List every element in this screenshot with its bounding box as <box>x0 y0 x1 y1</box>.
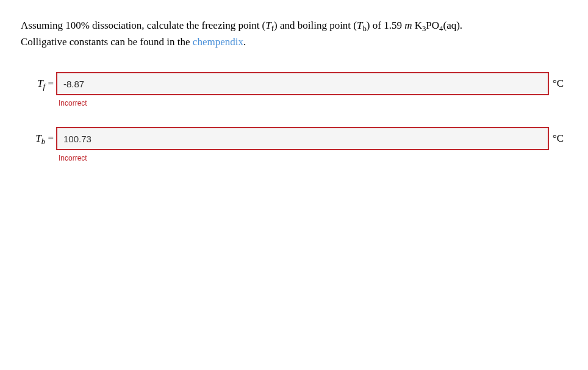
tf-feedback: Incorrect <box>21 99 567 107</box>
tf-label-letter: T <box>37 78 43 89</box>
tf-label: Tf = <box>27 78 56 90</box>
answer-row-tb: Tb = °C <box>21 127 567 150</box>
question-line1-pre: Assuming 100% dissociation, calculate th… <box>21 20 265 31</box>
question-line1-mid1: ) and boiling point ( <box>274 20 357 31</box>
question-text: Assuming 100% dissociation, calculate th… <box>21 17 567 50</box>
tb-feedback: Incorrect <box>21 154 567 162</box>
tb-equals: = <box>45 132 54 144</box>
tb-label-letter: T <box>35 132 41 144</box>
formula-aq: (aq). <box>443 20 462 31</box>
m-italic: m <box>404 20 412 31</box>
tb-label: Tb = <box>27 132 56 145</box>
tf-unit: °C <box>549 78 567 90</box>
tf-input[interactable] <box>56 72 549 95</box>
answer-row-tf: Tf = °C <box>21 72 567 95</box>
question-line1-mid2: ) of 1.59 <box>367 20 404 31</box>
question-line2-post: . <box>243 36 246 48</box>
tf-var: T <box>265 20 271 31</box>
formula-po: PO <box>426 20 439 31</box>
tb-input[interactable] <box>56 127 549 150</box>
question-line2-pre: Colligative constants can be found in th… <box>21 36 193 48</box>
formula-k: K <box>415 20 422 31</box>
tf-equals: = <box>45 78 54 89</box>
chempendix-link[interactable]: chempendix <box>193 36 243 48</box>
tb-unit: °C <box>549 132 567 145</box>
